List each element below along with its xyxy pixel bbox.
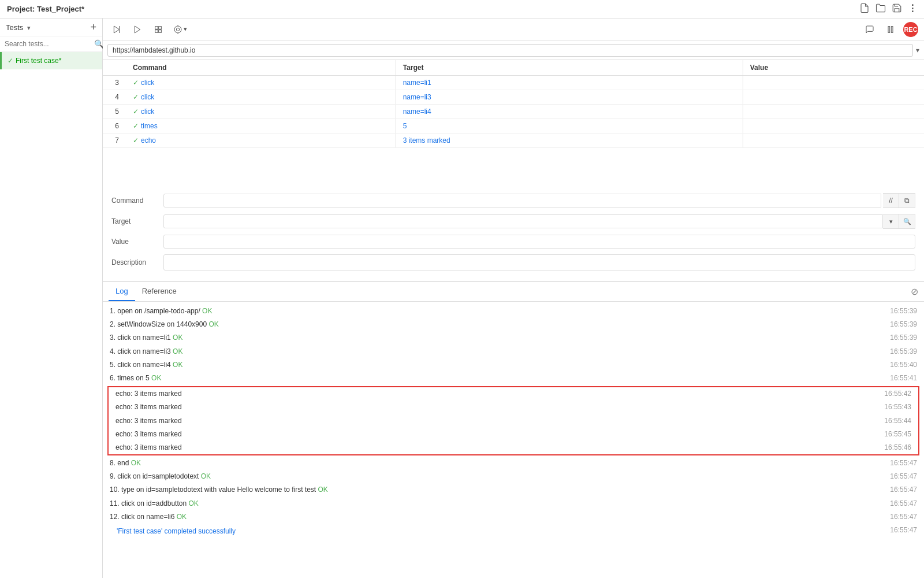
target-dropdown-arrow: ▾ xyxy=(184,25,187,33)
target-button[interactable]: ▾ xyxy=(171,21,189,38)
toolbar: ▾ REC xyxy=(103,18,924,40)
log-item: 3. click on name=li1 OK16:55:39 xyxy=(103,331,924,344)
right-panel: ▾ REC ▾ xyxy=(103,18,924,578)
table-row[interactable]: 7 ✓echo 3 items marked xyxy=(103,134,924,148)
svg-marker-0 xyxy=(114,26,119,33)
url-dropdown-arrow[interactable]: ▾ xyxy=(916,46,919,54)
project-name: Test_Project* xyxy=(37,5,84,13)
log-text: 2. setWindowSize on 1440x900 OK xyxy=(110,319,219,330)
target-row: Target ▾ 🔍 xyxy=(111,214,915,229)
row-num: 7 xyxy=(103,134,126,148)
more-icon[interactable]: ⋮ xyxy=(908,3,917,15)
target-select-btn[interactable]: ▾ xyxy=(883,214,899,229)
pause-button[interactable] xyxy=(882,21,899,38)
row-num: 4 xyxy=(103,90,126,105)
log-time: 16:55:39 xyxy=(890,306,917,317)
log-item: echo: 3 items marked16:55:43 xyxy=(109,401,918,414)
log-item: 12. click on name=li6 OK16:55:47 xyxy=(103,510,924,524)
row-target: 5 xyxy=(396,119,743,134)
row-command: ✓click xyxy=(126,90,396,105)
table-row[interactable]: 5 ✓click name=li4 xyxy=(103,105,924,119)
command-select[interactable] xyxy=(163,194,881,208)
target-search-btn[interactable]: 🔍 xyxy=(899,214,915,229)
log-item: 8. end OK16:55:47 xyxy=(103,457,924,470)
row-target: 3 items marked xyxy=(396,134,743,148)
record-button[interactable]: REC xyxy=(903,22,918,37)
replay-button[interactable] xyxy=(150,21,166,38)
comment-button[interactable] xyxy=(862,21,878,38)
svg-rect-6 xyxy=(159,29,162,32)
save-icon[interactable] xyxy=(892,3,902,15)
log-text: 8. end OK xyxy=(110,458,141,469)
tab-reference[interactable]: Reference xyxy=(135,282,184,301)
svg-rect-3 xyxy=(155,26,158,29)
top-bar-icons: ⋮ xyxy=(859,3,917,15)
left-panel: Tests ▾ + 🔍 ✓First test case* xyxy=(0,18,103,578)
row-value xyxy=(743,76,924,90)
svg-point-8 xyxy=(176,28,179,31)
command-row: Command // ⧉ xyxy=(111,193,915,208)
description-label: Description xyxy=(111,258,163,266)
log-time: 16:55:39 xyxy=(890,346,917,357)
value-row: Value xyxy=(111,235,915,249)
col-value-header: Value xyxy=(743,60,924,76)
log-text: echo: 3 items marked xyxy=(116,402,182,413)
value-input[interactable] xyxy=(163,235,915,249)
value-label: Value xyxy=(111,238,163,246)
new-file-icon[interactable] xyxy=(859,3,870,15)
table-row[interactable]: 4 ✓click name=li3 xyxy=(103,90,924,105)
log-text: 5. click on name=li4 OK xyxy=(110,360,182,370)
log-time: 16:55:46 xyxy=(884,442,911,453)
log-panel: Log Reference ⊘ 1. open on /sample-todo-… xyxy=(103,281,924,578)
target-input[interactable] xyxy=(163,214,883,228)
log-item: 4. click on name=li3 OK16:55:39 xyxy=(103,345,924,358)
test-item-first[interactable]: ✓First test case* xyxy=(0,52,102,69)
log-time: 16:55:47 xyxy=(890,471,917,482)
svg-marker-2 xyxy=(135,26,140,33)
left-panel-header: Tests ▾ + xyxy=(0,18,102,36)
command-comment-btn[interactable]: // xyxy=(883,193,899,208)
log-item: echo: 3 items marked16:55:42 xyxy=(109,387,918,401)
log-item: 1. open on /sample-todo-app/ OK16:55:39 xyxy=(103,305,924,318)
url-input[interactable] xyxy=(107,44,913,57)
log-text: echo: 3 items marked xyxy=(116,416,182,427)
row-value xyxy=(743,105,924,119)
add-test-button[interactable]: + xyxy=(90,22,96,32)
folder-icon[interactable] xyxy=(875,3,886,15)
row-target: name=li4 xyxy=(396,105,743,119)
run-all-button[interactable] xyxy=(129,21,146,38)
project-title: Project: Test_Project* xyxy=(7,5,84,13)
log-time: 16:55:44 xyxy=(884,416,911,427)
svg-rect-12 xyxy=(891,26,893,32)
log-item: 10. type on id=sampletodotext with value… xyxy=(103,483,924,497)
log-item: echo: 3 items marked16:55:44 xyxy=(109,414,918,428)
description-input[interactable] xyxy=(163,254,915,271)
row-value xyxy=(743,90,924,105)
command-copy-btn[interactable]: ⧉ xyxy=(899,193,915,208)
log-text: 10. type on id=sampletodotext with value… xyxy=(110,484,328,495)
toolbar-left: ▾ xyxy=(109,21,189,38)
clear-log-button[interactable]: ⊘ xyxy=(911,286,918,297)
tab-log[interactable]: Log xyxy=(109,282,135,301)
log-item: 9. click on id=sampletodotext OK16:55:47 xyxy=(103,470,924,483)
tests-label: Tests xyxy=(6,23,23,32)
row-num: 6 xyxy=(103,119,126,134)
log-content: 1. open on /sample-todo-app/ OK16:55:392… xyxy=(103,302,924,578)
log-tabs: Log Reference ⊘ xyxy=(103,282,924,302)
search-input[interactable] xyxy=(5,40,91,48)
svg-point-7 xyxy=(174,26,181,33)
log-text: 4. click on name=li3 OK xyxy=(110,346,182,357)
tests-dropdown-arrow[interactable]: ▾ xyxy=(27,24,31,31)
test-check-icon: ✓ xyxy=(8,57,13,65)
step-run-button[interactable] xyxy=(109,21,125,38)
row-command: ✓click xyxy=(126,105,396,119)
table-row[interactable]: 6 ✓times 5 xyxy=(103,119,924,134)
log-time: 16:55:39 xyxy=(890,332,917,343)
log-time: 16:55:47 xyxy=(890,498,917,509)
command-label: Command xyxy=(111,197,163,205)
row-command: ✓click xyxy=(126,76,396,90)
target-label: Target xyxy=(111,217,163,225)
toolbar-right: REC xyxy=(862,21,918,38)
table-row[interactable]: 3 ✓click name=li1 xyxy=(103,76,924,90)
svg-rect-11 xyxy=(888,26,890,32)
